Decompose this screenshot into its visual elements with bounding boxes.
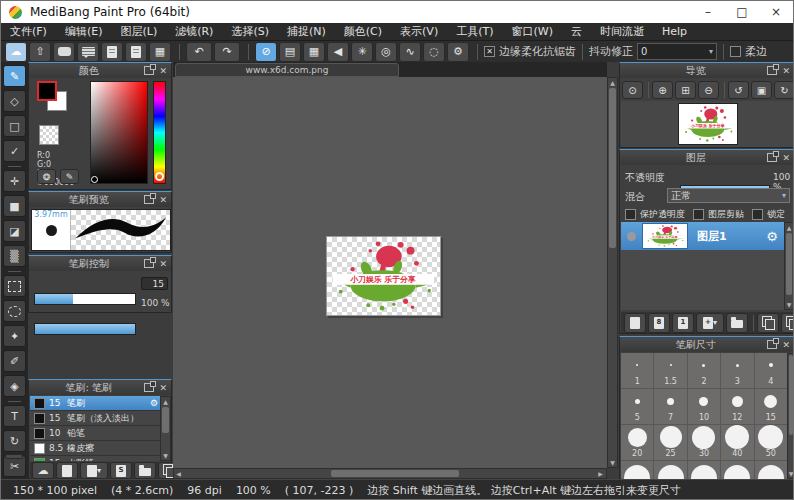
magic-wand-tool[interactable]: ✦: [3, 325, 26, 347]
popout-icon[interactable]: [767, 66, 777, 75]
menu-tools[interactable]: 工具(T): [447, 24, 502, 39]
size-cell[interactable]: [688, 461, 721, 479]
menu-layer[interactable]: 图层(L): [111, 24, 166, 39]
protect-alpha-checkbox[interactable]: [625, 209, 636, 220]
size-cell[interactable]: 15: [755, 389, 788, 425]
lasso-tool[interactable]: [3, 300, 26, 322]
brush-row[interactable]: 15 笔刷（淡入淡出）: [30, 411, 160, 426]
new-1bit-layer-button[interactable]: 1: [672, 313, 694, 333]
layer-list-scrollbar[interactable]: ▲ ▼: [784, 222, 794, 310]
canvas-vscrollbar[interactable]: ▲ ▼: [607, 77, 618, 468]
add-layer-menu-button[interactable]: +▾: [696, 313, 724, 333]
snap-radial-button[interactable]: ✳: [351, 42, 373, 62]
add-brush-menu-button[interactable]: ▾: [80, 462, 108, 479]
strip-grip[interactable]: [5, 454, 23, 459]
brush-cloud-button[interactable]: ☁: [32, 462, 54, 479]
navigator-thumbnail[interactable]: 小刀娱乐 乐于分享: [678, 103, 738, 145]
eraser-tool[interactable]: ◇: [3, 90, 26, 112]
popout-icon[interactable]: [767, 340, 777, 349]
size-cell[interactable]: [721, 461, 754, 479]
size-cell[interactable]: 20: [621, 425, 654, 461]
zoom-ratio-button[interactable]: ⊙: [622, 81, 643, 99]
undo-button[interactable]: ↶: [186, 42, 212, 62]
vscrollbar-thumb[interactable]: [609, 88, 616, 248]
scrollbar-thumb[interactable]: [786, 233, 792, 295]
scroll-down-icon[interactable]: ▼: [161, 451, 170, 460]
menu-edit[interactable]: 编辑(E): [56, 24, 112, 39]
sv-picker-marker[interactable]: [91, 176, 98, 183]
size-cell[interactable]: 10: [688, 389, 721, 425]
hscrollbar-thumb[interactable]: [331, 470, 459, 477]
snap-grid-button[interactable]: ▦: [303, 42, 325, 62]
brush-folder-button[interactable]: [134, 462, 156, 479]
select-pen-tool[interactable]: ✐: [3, 350, 26, 372]
canvas-image[interactable]: 小刀娱乐 乐于分享: [326, 236, 441, 316]
brush-row[interactable]: 10 铅笔: [30, 426, 160, 441]
size-cell[interactable]: 25: [654, 425, 687, 461]
menu-filter[interactable]: 滤镜(R): [166, 24, 222, 39]
layer-row-selected[interactable]: 小刀娱乐 乐于分享 图层1 ⚙: [621, 222, 784, 250]
fill-rect-tool[interactable]: ■: [3, 195, 26, 217]
size-cell[interactable]: 1: [621, 353, 654, 389]
scroll-left-icon[interactable]: ◀: [174, 469, 183, 478]
brush-size-scrollbar[interactable]: ▼: [787, 353, 794, 479]
close-panel-icon[interactable]: ✕: [782, 66, 790, 76]
menu-snap[interactable]: 捕捉(N): [278, 24, 335, 39]
brush-size-value[interactable]: 15: [141, 277, 168, 290]
canvas-settings-button[interactable]: [125, 42, 147, 62]
control-point-tool[interactable]: ✓: [3, 140, 26, 162]
operation-tool[interactable]: ↻: [3, 430, 26, 452]
brush-row-selected[interactable]: 15 笔刷 ⚙: [30, 396, 160, 411]
blend-select[interactable]: 正常 ▾: [667, 188, 790, 203]
brush-row[interactable]: 15 水彩笔: [30, 456, 160, 461]
snap-settings-button[interactable]: ⚙: [447, 42, 469, 62]
clipping-checkbox[interactable]: [693, 209, 704, 220]
layer-visibility-icon[interactable]: [627, 232, 636, 241]
size-cell[interactable]: [755, 461, 788, 479]
new-layer-button[interactable]: [624, 313, 646, 333]
layer-folder-button[interactable]: [726, 313, 748, 333]
menu-file[interactable]: 文件(F): [1, 24, 56, 39]
foreground-color-swatch[interactable]: [37, 81, 57, 101]
brush-list-scrollbar[interactable]: ▲ ▼: [160, 396, 171, 461]
menu-window[interactable]: 窗口(W): [503, 24, 562, 39]
minimize-button[interactable]: –: [691, 1, 725, 23]
menu-timelapse[interactable]: 时间流逝: [591, 24, 653, 39]
move-tool[interactable]: ✛: [3, 170, 26, 192]
menu-view[interactable]: 表示(V): [391, 24, 447, 39]
scroll-up-icon[interactable]: ▲: [161, 397, 170, 406]
rotate-left-button[interactable]: ↺: [728, 81, 749, 99]
close-panel-icon[interactable]: ✕: [782, 153, 790, 163]
close-panel-icon[interactable]: ✕: [159, 195, 167, 205]
bucket-tool[interactable]: ◪: [3, 220, 26, 242]
size-cell[interactable]: 3: [721, 353, 754, 389]
cloud-button[interactable]: ☁: [5, 42, 27, 62]
lock-checkbox[interactable]: [752, 209, 763, 220]
scroll-down-icon[interactable]: ▼: [608, 458, 617, 467]
scrollbar-thumb[interactable]: [789, 355, 793, 435]
close-button[interactable]: ×: [759, 1, 793, 23]
size-cell[interactable]: 40: [721, 425, 754, 461]
gradient-tool[interactable]: ▒: [3, 245, 26, 267]
brush-size-slider[interactable]: [34, 293, 136, 305]
grid-edit-button[interactable]: ▦: [149, 42, 171, 62]
document-button[interactable]: [101, 42, 123, 62]
redo-button[interactable]: ↷: [214, 42, 240, 62]
scroll-right-icon[interactable]: ▶: [596, 469, 605, 478]
canvas-tab[interactable]: www.x6d.com.png: [175, 63, 399, 77]
text-tool[interactable]: T: [3, 405, 26, 427]
snap-curve-button[interactable]: ∿: [399, 42, 421, 62]
close-panel-icon[interactable]: ✕: [159, 66, 167, 76]
menu-cloud[interactable]: 云: [562, 24, 591, 39]
transparent-color-swatch[interactable]: [39, 125, 59, 145]
shape-brush-tool[interactable]: □: [3, 115, 26, 137]
stabilizer-select[interactable]: 0 ▾: [637, 43, 717, 60]
add-brush-button[interactable]: [56, 462, 78, 479]
popout-icon[interactable]: [144, 66, 154, 75]
size-cell[interactable]: 1.5: [654, 353, 687, 389]
gear-icon[interactable]: ⚙: [150, 398, 158, 408]
size-cell[interactable]: [654, 461, 687, 479]
close-panel-icon[interactable]: ✕: [159, 259, 167, 269]
canvas-hscrollbar[interactable]: ◀ ▶: [173, 468, 607, 479]
close-panel-icon[interactable]: ✕: [159, 383, 167, 393]
